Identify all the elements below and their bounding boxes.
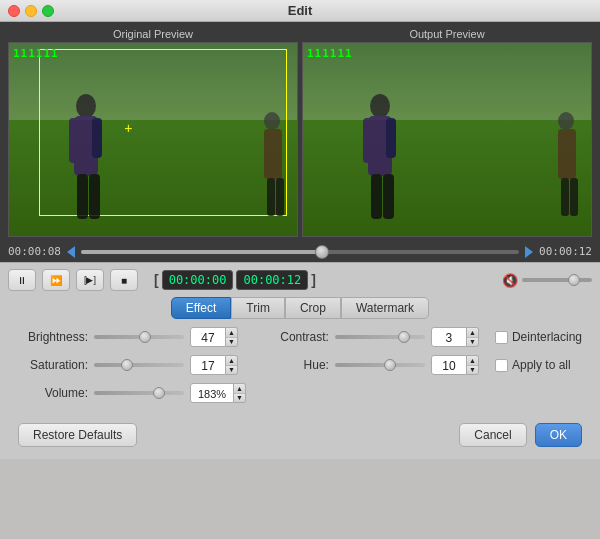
bottom-right-buttons: Cancel OK xyxy=(459,423,582,447)
volume-icon: 🔇 xyxy=(502,273,518,288)
contrast-thumb[interactable] xyxy=(398,331,410,343)
output-preview-video: 111111 xyxy=(302,42,592,237)
seekbar-track[interactable] xyxy=(81,250,519,254)
brightness-spinner: 47 ▲ ▼ xyxy=(190,327,238,347)
forward-icon: ⏩ xyxy=(50,275,62,286)
bracket-left: [ xyxy=(154,272,159,288)
marker-left-icon[interactable] xyxy=(67,246,75,258)
time-end: 00:00:12 xyxy=(539,245,592,258)
seekbar-thumb[interactable] xyxy=(315,245,329,259)
stop-button[interactable]: ■ xyxy=(110,269,138,291)
hue-down[interactable]: ▼ xyxy=(467,366,478,375)
deinterlacing-container: Deinterlacing xyxy=(495,330,582,344)
brightness-value[interactable]: 47 xyxy=(190,327,226,347)
brightness-label: Brightness: xyxy=(18,330,88,344)
tab-effect[interactable]: Effect xyxy=(171,297,231,319)
tab-watermark[interactable]: Watermark xyxy=(341,297,429,319)
tab-trim[interactable]: Trim xyxy=(231,297,285,319)
timecode-in[interactable]: 00:00:00 xyxy=(162,270,234,290)
volume-label: Volume: xyxy=(18,386,88,400)
svg-rect-3 xyxy=(92,118,102,158)
minimize-button[interactable] xyxy=(25,5,37,17)
saturation-arrows[interactable]: ▲ ▼ xyxy=(226,355,238,375)
brightness-down[interactable]: ▼ xyxy=(226,338,237,347)
frame-step-button[interactable]: [▶] xyxy=(76,269,104,291)
hue-arrows[interactable]: ▲ ▼ xyxy=(467,355,479,375)
seekbar-area: 00:00:08 00:00:12 xyxy=(0,241,600,262)
volume-value[interactable]: 183% xyxy=(190,383,234,403)
saturation-slider[interactable] xyxy=(94,363,184,367)
saturation-label: Saturation: xyxy=(18,358,88,372)
ok-button[interactable]: OK xyxy=(535,423,582,447)
controls-row: ⏸ ⏩ [▶] ■ [ 00:00:00 00:00:12 ] 🔇 xyxy=(8,269,592,291)
apply-all-checkbox[interactable] xyxy=(495,359,508,372)
hue-slider[interactable] xyxy=(335,363,425,367)
tab-trim-label: Trim xyxy=(246,301,270,315)
svg-rect-17 xyxy=(558,129,576,179)
saturation-value[interactable]: 17 xyxy=(190,355,226,375)
hue-thumb[interactable] xyxy=(384,359,396,371)
hue-value[interactable]: 10 xyxy=(431,355,467,375)
original-preview-video: 111111 + xyxy=(8,42,298,237)
contrast-arrows[interactable]: ▲ ▼ xyxy=(467,327,479,347)
original-preview-label: Original Preview xyxy=(8,28,298,40)
saturation-thumb[interactable] xyxy=(121,359,133,371)
marker-right-icon[interactable] xyxy=(525,246,533,258)
hue-up[interactable]: ▲ xyxy=(467,356,478,366)
deinterlacing-checkbox[interactable] xyxy=(495,331,508,344)
bottom-bar: Restore Defaults Cancel OK xyxy=(8,415,592,453)
volume-spinner: 183% ▲ ▼ xyxy=(190,383,246,403)
maximize-button[interactable] xyxy=(42,5,54,17)
tab-crop[interactable]: Crop xyxy=(285,297,341,319)
contrast-slider[interactable] xyxy=(335,335,425,339)
contrast-up[interactable]: ▲ xyxy=(467,328,478,338)
brightness-thumb[interactable] xyxy=(139,331,151,343)
person-right-svg xyxy=(252,106,292,226)
apply-all-container: Apply to all xyxy=(495,358,571,372)
hue-row: Hue: 10 ▲ ▼ Apply to all xyxy=(259,355,582,375)
contrast-down[interactable]: ▼ xyxy=(467,338,478,347)
svg-rect-18 xyxy=(561,178,569,216)
svg-point-16 xyxy=(558,112,574,130)
tab-crop-label: Crop xyxy=(300,301,326,315)
svg-rect-8 xyxy=(267,178,275,216)
settings-columns: Brightness: 47 ▲ ▼ Saturation: xyxy=(18,327,582,411)
close-button[interactable] xyxy=(8,5,20,17)
pause-icon: ⏸ xyxy=(17,275,27,286)
volume-thumb[interactable] xyxy=(568,274,580,286)
svg-rect-19 xyxy=(570,178,578,216)
cancel-button[interactable]: Cancel xyxy=(459,423,526,447)
pause-button[interactable]: ⏸ xyxy=(8,269,36,291)
contrast-value[interactable]: 3 xyxy=(431,327,467,347)
volume-row: Volume: 183% ▲ ▼ xyxy=(18,383,259,403)
volume-down[interactable]: ▼ xyxy=(234,394,245,403)
brightness-slider[interactable] xyxy=(94,335,184,339)
title-bar: Edit xyxy=(0,0,600,22)
svg-point-6 xyxy=(264,112,280,130)
svg-point-0 xyxy=(76,94,96,118)
preview-area: Original Preview 111111 + xyxy=(0,22,600,241)
contrast-spinner: 3 ▲ ▼ xyxy=(431,327,479,347)
saturation-down[interactable]: ▼ xyxy=(226,366,237,375)
brightness-arrows[interactable]: ▲ ▼ xyxy=(226,327,238,347)
saturation-up[interactable]: ▲ xyxy=(226,356,237,366)
svg-rect-14 xyxy=(371,174,382,219)
volume-slider[interactable] xyxy=(522,278,592,282)
brightness-up[interactable]: ▲ xyxy=(226,328,237,338)
svg-rect-9 xyxy=(276,178,284,216)
output-preview-label: Output Preview xyxy=(302,28,592,40)
restore-defaults-button[interactable]: Restore Defaults xyxy=(18,423,137,447)
controls-area: ⏸ ⏩ [▶] ■ [ 00:00:00 00:00:12 ] 🔇 Effect xyxy=(0,262,600,459)
timecode-out[interactable]: 00:00:12 xyxy=(236,270,308,290)
volume-arrows[interactable]: ▲ ▼ xyxy=(234,383,246,403)
volume-up[interactable]: ▲ xyxy=(234,384,245,394)
bracket-right: ] xyxy=(311,272,316,288)
frame-step-icon: [▶] xyxy=(84,275,96,285)
svg-rect-15 xyxy=(383,174,394,219)
vol-slider[interactable] xyxy=(94,391,184,395)
vol-thumb[interactable] xyxy=(153,387,165,399)
hue-spinner: 10 ▲ ▼ xyxy=(431,355,479,375)
hue-label: Hue: xyxy=(259,358,329,372)
time-start: 00:00:08 xyxy=(8,245,61,258)
forward-button[interactable]: ⏩ xyxy=(42,269,70,291)
